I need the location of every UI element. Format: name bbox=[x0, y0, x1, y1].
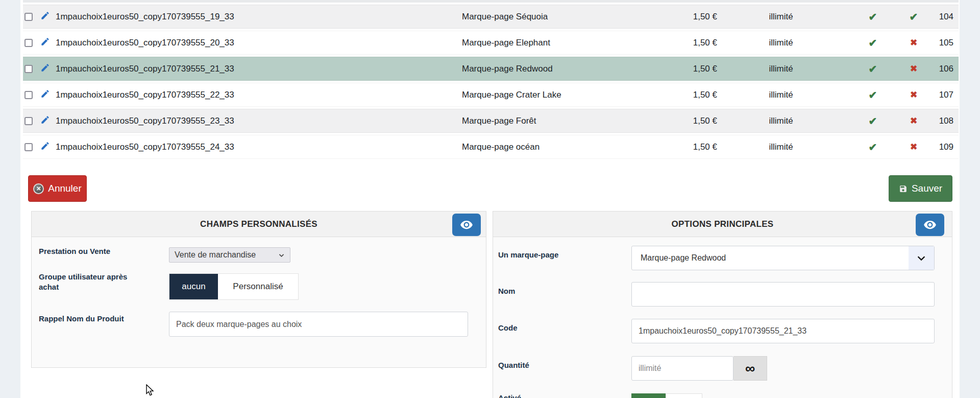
chevron-down-icon bbox=[909, 246, 934, 270]
cross-icon: ✖ bbox=[910, 38, 917, 48]
custom-fields-eye-button[interactable] bbox=[452, 214, 481, 236]
edit-pencil-icon[interactable] bbox=[40, 37, 50, 46]
product-code: 1mpauchoix1euros50_copy170739555_19_33 bbox=[56, 12, 462, 22]
quantite-label: Quantité bbox=[498, 360, 529, 370]
nom-label: Nom bbox=[498, 286, 515, 296]
page-right-margin bbox=[960, 0, 980, 398]
active-toggle-off-segment[interactable] bbox=[666, 393, 702, 398]
cancel-circle-icon: ✕ bbox=[33, 183, 44, 194]
table-row[interactable]: 1mpauchoix1euros50_copy170739555_23_33 M… bbox=[23, 109, 959, 133]
edit-pencil-icon[interactable] bbox=[40, 63, 50, 73]
row-checkbox[interactable] bbox=[24, 39, 33, 47]
product-id: 106 bbox=[926, 64, 959, 74]
table-row[interactable]: 1mpauchoix1euros50_copy170739555_21_33 M… bbox=[23, 57, 959, 81]
product-code: 1mpauchoix1euros50_copy170739555_23_33 bbox=[56, 116, 462, 126]
cross-icon: ✖ bbox=[910, 64, 917, 74]
product-code: 1mpauchoix1euros50_copy170739555_24_33 bbox=[56, 142, 462, 152]
rappel-input[interactable] bbox=[169, 312, 468, 337]
flag-2-cell: ✖ bbox=[901, 37, 926, 48]
groupe-label: Groupe utilisateur après achat bbox=[39, 272, 149, 292]
marque-page-label: Un marque-page bbox=[498, 250, 558, 260]
custom-fields-header: CHAMPS PERSONNALISÉS bbox=[32, 212, 486, 237]
flag-1-cell: ✔ bbox=[845, 63, 901, 75]
chevron-down-icon bbox=[278, 252, 285, 259]
flag-1-cell: ✔ bbox=[845, 11, 901, 23]
product-id: 107 bbox=[926, 90, 959, 100]
edit-pencil-icon[interactable] bbox=[40, 89, 50, 99]
code-input[interactable] bbox=[631, 319, 935, 343]
product-code: 1mpauchoix1euros50_copy170739555_20_33 bbox=[56, 38, 462, 48]
table-row[interactable]: 1mpauchoix1euros50_copy170739555_20_33 M… bbox=[23, 31, 959, 55]
product-price: 1,50 € bbox=[679, 12, 717, 22]
nom-input[interactable] bbox=[631, 282, 935, 307]
groupe-option-aucun[interactable]: aucun bbox=[169, 274, 218, 299]
code-label: Code bbox=[498, 323, 518, 333]
product-price: 1,50 € bbox=[679, 64, 717, 74]
rappel-label: Rappel Nom du Produit bbox=[39, 314, 124, 324]
table-row[interactable]: 1mpauchoix1euros50_copy170739555_19_33 M… bbox=[23, 5, 959, 29]
row-checkbox[interactable] bbox=[24, 143, 33, 151]
infinity-button[interactable]: ∞ bbox=[733, 356, 767, 381]
product-name: Marque-page Séquoia bbox=[462, 12, 679, 22]
check-icon: ✔ bbox=[869, 89, 877, 101]
row-checkbox[interactable] bbox=[24, 65, 33, 73]
product-code: 1mpauchoix1euros50_copy170739555_21_33 bbox=[56, 64, 462, 74]
marque-page-select[interactable]: Marque-page Redwood bbox=[631, 246, 935, 270]
product-quantity: illimité bbox=[717, 116, 845, 126]
product-name: Marque-page Elephant bbox=[462, 38, 679, 48]
prestation-select[interactable]: Vente de marchandise bbox=[169, 247, 290, 263]
prestation-label: Prestation ou Vente bbox=[39, 246, 110, 256]
product-quantity: illimité bbox=[717, 38, 845, 48]
product-id: 105 bbox=[926, 38, 959, 48]
custom-fields-panel: CHAMPS PERSONNALISÉS Prestation ou Vente… bbox=[31, 211, 486, 368]
prestation-select-value: Vente de marchandise bbox=[175, 250, 256, 260]
row-checkbox[interactable] bbox=[24, 117, 33, 125]
main-options-eye-button[interactable] bbox=[916, 214, 944, 236]
active-toggle-on-segment[interactable] bbox=[631, 393, 666, 398]
product-name: Marque-page Crater Lake bbox=[462, 90, 679, 100]
cancel-button-label: Annuler bbox=[48, 183, 82, 194]
check-icon: ✔ bbox=[869, 63, 877, 75]
row-checkbox[interactable] bbox=[24, 91, 33, 99]
product-id: 109 bbox=[926, 142, 959, 152]
flag-1-cell: ✔ bbox=[845, 115, 901, 127]
flag-2-cell: ✖ bbox=[901, 142, 926, 152]
flag-1-cell: ✔ bbox=[845, 89, 901, 101]
quantite-input[interactable] bbox=[631, 356, 733, 381]
product-quantity: illimité bbox=[717, 64, 845, 74]
product-price: 1,50 € bbox=[679, 38, 717, 48]
main-options-header: OPTIONS PRINCIPALES bbox=[493, 212, 952, 237]
main-options-title: OPTIONS PRINCIPALES bbox=[672, 219, 774, 229]
groupe-toggle: aucun Personnalisé bbox=[169, 273, 299, 300]
edit-pencil-icon[interactable] bbox=[40, 11, 50, 20]
table-row[interactable]: 1mpauchoix1euros50_copy170739555_22_33 M… bbox=[23, 83, 959, 107]
check-icon: ✔ bbox=[910, 11, 918, 22]
product-price: 1,50 € bbox=[679, 116, 717, 126]
table-row[interactable]: 1mpauchoix1euros50_copy170739555_24_33 M… bbox=[23, 135, 959, 159]
product-quantity: illimité bbox=[717, 12, 845, 22]
product-name: Marque-page Redwood bbox=[462, 64, 679, 74]
product-name: Marque-page Forêt bbox=[462, 116, 679, 126]
product-id: 108 bbox=[926, 116, 959, 126]
save-button[interactable]: Sauver bbox=[889, 175, 952, 202]
product-id: 104 bbox=[926, 12, 959, 22]
product-quantity: illimité bbox=[717, 142, 845, 152]
row-checkbox[interactable] bbox=[24, 13, 33, 21]
active-label: Activé bbox=[498, 393, 521, 398]
flag-2-cell: ✖ bbox=[901, 63, 926, 74]
edit-pencil-icon[interactable] bbox=[40, 115, 50, 125]
check-icon: ✔ bbox=[869, 115, 877, 127]
eye-icon bbox=[460, 218, 473, 231]
cross-icon: ✖ bbox=[910, 90, 917, 100]
cancel-button[interactable]: ✕ Annuler bbox=[28, 175, 87, 202]
save-floppy-icon bbox=[899, 184, 908, 193]
mouse-cursor bbox=[146, 384, 155, 396]
edit-pencil-icon[interactable] bbox=[40, 141, 50, 151]
product-name: Marque-page océan bbox=[462, 142, 679, 152]
products-table: 1mpauchoix1euros50_copy170739555_19_33 M… bbox=[23, 3, 959, 159]
product-code: 1mpauchoix1euros50_copy170739555_22_33 bbox=[56, 90, 462, 100]
marque-page-select-value: Marque-page Redwood bbox=[632, 253, 909, 263]
flag-2-cell: ✖ bbox=[901, 89, 926, 100]
groupe-option-personnalise[interactable]: Personnalisé bbox=[218, 274, 298, 299]
save-button-label: Sauver bbox=[912, 183, 942, 194]
